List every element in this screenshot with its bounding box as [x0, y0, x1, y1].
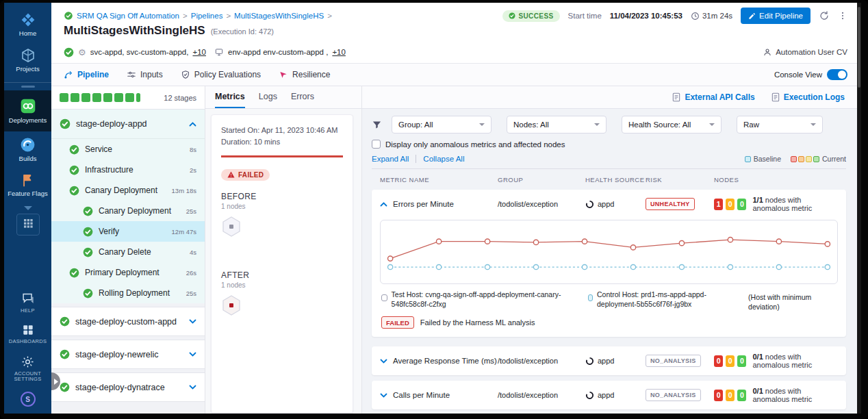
- user-avatar[interactable]: S: [21, 392, 36, 407]
- nodes-red-count: 0: [714, 390, 723, 401]
- min-deviation-note: (Host with minimum deviation): [748, 290, 837, 312]
- screen-frame: HomeProjectsDeploymentsBuildsFeature Fla…: [0, 0, 868, 419]
- sidebar-chevron-down-icon[interactable]: [4, 203, 51, 212]
- sidebar-item-account-settings[interactable]: ACCOUNT SETTINGS: [4, 350, 51, 388]
- project-success-icon: [64, 11, 73, 21]
- chevron-down-icon[interactable]: [189, 352, 196, 357]
- document-icon: [771, 92, 780, 102]
- tab-inputs[interactable]: Inputs: [127, 70, 163, 79]
- expand-collapse-row: Expand All Collapse All Baseline Current: [372, 155, 846, 169]
- appdynamics-icon: [585, 357, 594, 366]
- tab-errors[interactable]: Errors: [291, 92, 314, 108]
- appdynamics-icon: [585, 391, 594, 400]
- page-title: MultiStagesWithSingleHS: [64, 24, 205, 38]
- stage-item-deploy-appd[interactable]: stage-deploy-appd: [51, 110, 205, 139]
- stage-expanded-card: stage-deploy-appd Service8sInfrastructur…: [51, 110, 205, 303]
- step-infrastructure[interactable]: Infrastructure2s: [51, 160, 205, 180]
- current-orange-swatch: [798, 156, 804, 162]
- module-selector-icon[interactable]: [16, 214, 40, 236]
- filter-icon[interactable]: [372, 120, 382, 130]
- metrics-table-header: METRIC NAME GROUP HEALTH SOURCE RISK NOD…: [372, 169, 846, 190]
- step-service[interactable]: Service8s: [51, 139, 205, 160]
- step-rolling-deployment[interactable]: Rolling Deployment25s: [51, 283, 205, 303]
- collapse-all-link[interactable]: Collapse All: [423, 155, 464, 163]
- filter-dropdown-health-source-all[interactable]: Health Source: All: [622, 116, 722, 134]
- metric-row[interactable]: Errors per Minute /todolist/exception ap…: [372, 190, 846, 218]
- step-primary-deployment[interactable]: Primary Deployment26s: [51, 262, 205, 283]
- sidebar-item-projects[interactable]: Projects: [4, 42, 51, 78]
- sidebar-item-feature-flags[interactable]: Feature Flags: [4, 168, 51, 203]
- external-api-calls-link[interactable]: External API Calls: [672, 92, 754, 102]
- filter-dropdown-group-all[interactable]: Group: All: [392, 116, 492, 134]
- sidebar-item-home[interactable]: Home: [4, 7, 51, 42]
- control-host-checkbox[interactable]: [588, 294, 593, 301]
- scrollbar-thumb[interactable]: [858, 7, 860, 88]
- breadcrumb-project[interactable]: SRM QA Sign Off Automation: [77, 12, 179, 20]
- breadcrumb: SRM QA Sign Off Automation > Pipelines >…: [64, 11, 332, 21]
- step-canary-deployment[interactable]: Canary Deployment25s: [51, 201, 205, 221]
- refresh-button[interactable]: [819, 10, 830, 21]
- metric-row[interactable]: Average Response Time (ms) /todolist/exc…: [372, 346, 846, 375]
- step-canary-deployment[interactable]: Canary Deployment13m 18s: [51, 180, 205, 201]
- tab-resilience[interactable]: Resilience: [279, 70, 330, 79]
- filter-dropdown-nodes-all[interactable]: Nodes: All: [507, 116, 607, 134]
- step-canary-delete[interactable]: Canary Delete4s: [51, 242, 205, 262]
- sidebar-item-builds[interactable]: Builds: [4, 131, 51, 168]
- chevron-up-icon[interactable]: [189, 122, 196, 127]
- nodes-green-count: 0: [737, 199, 746, 210]
- sidebar-item-dashboards[interactable]: DASHBOARDS: [4, 318, 51, 350]
- chevron-down-icon[interactable]: [189, 385, 196, 390]
- policy-shield-icon: [181, 70, 190, 79]
- clock-icon: [691, 12, 700, 21]
- more-options-button[interactable]: [838, 10, 847, 21]
- nodes-green-count: 0: [737, 355, 746, 367]
- verification-summary-card: Started On: Apr 11, 2023 10:46 AM Durati…: [211, 114, 353, 414]
- stage-success-icon: [60, 316, 70, 327]
- anomalous-checkbox[interactable]: [372, 140, 381, 149]
- sidebar-item-help[interactable]: HELP: [4, 286, 51, 319]
- verify-step-panel: Metrics Logs Errors Started On: Apr 11, …: [205, 86, 362, 414]
- stage-item-stage-deploy-dynatrace[interactable]: stage-deploy-dynatrace: [51, 372, 205, 402]
- stage-item-stage-deploy-custom-appd[interactable]: stage-deploy-custom-appd: [51, 307, 205, 336]
- services-more-link[interactable]: +10: [192, 48, 206, 56]
- tab-metrics[interactable]: Metrics: [215, 92, 245, 108]
- stage-count: 12 stages: [164, 94, 196, 102]
- breadcrumb-row: SRM QA Sign Off Automation > Pipelines >…: [64, 8, 847, 24]
- tab-pipeline[interactable]: Pipeline: [64, 70, 109, 79]
- before-node-hexagon[interactable]: [221, 216, 343, 240]
- breadcrumb-pipelines[interactable]: Pipelines: [191, 12, 223, 20]
- sidebar-item-deployments[interactable]: Deployments: [4, 90, 51, 131]
- current-green-swatch: [813, 156, 819, 162]
- metric-card-errors-per-minute: Errors per Minute /todolist/exception ap…: [372, 190, 846, 337]
- chevron-down-icon[interactable]: [189, 319, 196, 324]
- user-chip: Automation User CV: [763, 47, 847, 57]
- window-scrollbar[interactable]: [857, 3, 861, 414]
- test-host-checkbox[interactable]: [381, 294, 387, 301]
- console-view-toggle[interactable]: [827, 69, 847, 80]
- gear-icon: [21, 355, 35, 369]
- appdynamics-icon: [585, 200, 594, 209]
- stages-progress-strip: 12 stages: [51, 86, 205, 110]
- tab-policy-evaluations[interactable]: Policy Evaluations: [181, 70, 261, 79]
- metrics-panel: External API Calls Execution Logs Group:…: [362, 86, 857, 414]
- sidebar-divider: [4, 82, 51, 89]
- services-row: ⚙ svc-appd, svc-custom-appd, +10 env-app…: [64, 42, 847, 63]
- resilience-icon: [279, 70, 288, 79]
- filter-dropdown-raw[interactable]: Raw: [737, 116, 823, 134]
- breadcrumb-pipeline[interactable]: MultiStagesWithSingleHS: [234, 12, 324, 20]
- tab-logs[interactable]: Logs: [259, 92, 277, 108]
- after-node-hexagon[interactable]: [221, 294, 343, 319]
- chevron-down-icon[interactable]: [380, 393, 387, 398]
- step-verify[interactable]: Verify12m 47s: [51, 221, 205, 242]
- expand-all-link[interactable]: Expand All: [372, 155, 409, 163]
- metric-row[interactable]: Calls per Minute /todolist/exception app…: [372, 381, 846, 409]
- execution-logs-link[interactable]: Execution Logs: [771, 92, 845, 102]
- risk-badge: UNHEALTHY: [646, 198, 695, 210]
- edit-pipeline-button[interactable]: Edit Pipeline: [741, 8, 810, 24]
- chevron-up-icon[interactable]: [380, 202, 387, 207]
- chevron-down-icon: [709, 123, 715, 126]
- status-badge: SUCCESS: [502, 10, 559, 22]
- environments-more-link[interactable]: +10: [332, 48, 346, 56]
- chevron-down-icon[interactable]: [380, 359, 387, 364]
- stage-item-stage-deploy-newrelic[interactable]: stage-deploy-newrelic: [51, 340, 205, 369]
